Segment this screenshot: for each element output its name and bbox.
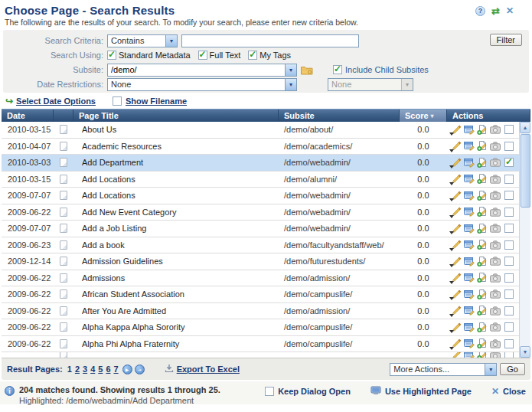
next-page-button[interactable]: ▶: [122, 365, 132, 374]
preview-page-icon[interactable]: [490, 240, 501, 250]
column-header-subsite[interactable]: Subsite: [279, 110, 400, 122]
edit-content-icon[interactable]: [477, 273, 488, 283]
edit-properties-icon[interactable]: [464, 141, 475, 152]
subsite-input[interactable]: [107, 64, 297, 77]
table-row[interactable]: 2010-03-15 About Us /demo/about/ 0.0: [2, 122, 530, 139]
preview-page-icon[interactable]: [490, 338, 501, 349]
row-select-checkbox[interactable]: [504, 142, 514, 151]
edit-page-pencil-icon[interactable]: [451, 141, 462, 152]
filter-button[interactable]: Filter: [490, 34, 522, 46]
edit-properties-icon[interactable]: [464, 352, 475, 358]
edit-properties-icon[interactable]: [464, 256, 475, 266]
edit-page-pencil-icon[interactable]: [451, 157, 462, 168]
vertical-scrollbar[interactable]: ▲ ▼: [519, 122, 530, 358]
use-highlighted-page-label[interactable]: Use Highlighted Page: [385, 387, 472, 396]
edit-page-pencil-icon[interactable]: [451, 322, 462, 332]
more-actions-select[interactable]: More Actions... ▾: [390, 363, 497, 376]
row-page-title[interactable]: After You Are Admitted: [73, 306, 279, 316]
preview-page-icon[interactable]: [490, 352, 501, 358]
table-row[interactable]: 2009-06-22 Alpha Kappa Alpha Sorority /d…: [2, 319, 530, 336]
chevron-down-icon[interactable]: ▾: [285, 79, 296, 90]
close-dialog-control[interactable]: ✕ Close: [491, 386, 526, 397]
edit-dropdown-arrow-icon[interactable]: [449, 297, 454, 300]
table-row[interactable]: 2010-03-03 Add Department /demo/webadmin…: [2, 155, 530, 172]
table-row[interactable]: 2009-06-22 African Student Association /…: [2, 286, 530, 303]
table-row[interactable]: 2010-03-15 Add Locations /demo/alumni/ 0…: [2, 172, 530, 188]
browse-subsite-folder-icon[interactable]: [301, 65, 313, 75]
row-select-checkbox[interactable]: [504, 257, 514, 266]
edit-properties-icon[interactable]: [464, 273, 475, 283]
preview-page-icon[interactable]: [490, 322, 501, 332]
edit-page-pencil-icon[interactable]: [451, 207, 462, 217]
search-using-checkbox[interactable]: [107, 51, 116, 60]
help-icon[interactable]: ?: [475, 6, 485, 16]
row-page-title[interactable]: Add New Event Category: [73, 208, 279, 217]
row-select-checkbox[interactable]: [504, 240, 514, 250]
row-select-checkbox[interactable]: [504, 191, 514, 200]
table-row[interactable]: 2009-06-22 Add New Event Category /demo/…: [2, 204, 530, 221]
edit-properties-icon[interactable]: [464, 157, 475, 168]
row-page-title[interactable]: Academic Resources: [73, 142, 279, 151]
close-label[interactable]: Close: [503, 387, 526, 396]
preview-page-icon[interactable]: [490, 223, 501, 234]
edit-dropdown-arrow-icon[interactable]: [449, 165, 454, 168]
row-select-checkbox[interactable]: [504, 352, 514, 358]
row-page-title[interactable]: Add Locations: [73, 191, 279, 200]
row-page-title[interactable]: Add Locations: [73, 175, 279, 184]
export-to-excel-link[interactable]: Export To Excel: [177, 365, 240, 374]
edit-dropdown-arrow-icon[interactable]: [449, 198, 454, 201]
row-select-checkbox[interactable]: [504, 175, 514, 184]
search-input[interactable]: [181, 34, 359, 47]
edit-dropdown-arrow-icon[interactable]: [449, 330, 454, 333]
table-row[interactable]: 2009-12-14 Admission Guidelines /demo/fu…: [2, 253, 530, 270]
preview-page-icon[interactable]: [490, 306, 501, 316]
chevron-down-icon[interactable]: ▾: [285, 64, 296, 76]
keep-dialog-open-checkbox[interactable]: [265, 387, 274, 396]
edit-dropdown-arrow-icon[interactable]: [449, 182, 454, 185]
edit-properties-icon[interactable]: [464, 240, 475, 250]
edit-dropdown-arrow-icon[interactable]: [449, 231, 454, 234]
edit-dropdown-arrow-icon[interactable]: [449, 132, 454, 136]
row-select-checkbox[interactable]: [504, 158, 514, 167]
preview-page-icon[interactable]: [490, 190, 501, 201]
preview-page-icon[interactable]: [490, 273, 501, 283]
preview-page-icon[interactable]: [490, 207, 501, 217]
edit-page-pencil-icon[interactable]: [451, 124, 462, 135]
row-select-checkbox[interactable]: [504, 289, 514, 299]
edit-content-icon[interactable]: [477, 174, 488, 185]
show-filename-link[interactable]: Show Filename: [126, 96, 187, 106]
edit-page-pencil-icon[interactable]: [451, 256, 462, 266]
row-select-checkbox[interactable]: [504, 322, 514, 332]
criteria-select[interactable]: Contains ▾: [107, 34, 178, 47]
edit-properties-icon[interactable]: [464, 289, 475, 299]
edit-properties-icon[interactable]: [464, 322, 475, 332]
edit-properties-icon[interactable]: [464, 306, 475, 316]
table-row[interactable]: 2009-07-07 Add Locations /demo/webadmin/…: [2, 188, 530, 204]
column-header-page-title[interactable]: Page Title: [73, 110, 279, 122]
preview-page-icon[interactable]: [490, 124, 501, 135]
edit-page-pencil-icon[interactable]: [451, 306, 462, 316]
row-page-title[interactable]: Add Department: [73, 158, 279, 167]
subsite-combo[interactable]: ▾: [107, 64, 297, 77]
go-button[interactable]: Go: [500, 363, 525, 375]
row-select-checkbox[interactable]: [504, 273, 514, 283]
keep-dialog-open-label[interactable]: Keep Dialog Open: [278, 387, 351, 396]
preview-page-icon[interactable]: [490, 289, 501, 299]
preview-page-icon[interactable]: [490, 141, 501, 152]
row-select-checkbox[interactable]: [504, 125, 514, 134]
row-page-title[interactable]: About Us: [73, 125, 279, 134]
edit-content-icon[interactable]: [477, 256, 488, 266]
page-number-link[interactable]: 7: [114, 365, 119, 374]
row-page-title[interactable]: Add a book: [73, 240, 279, 250]
table-row[interactable]: 2009-06-23 Add a book /demo/facultyandst…: [2, 237, 530, 254]
edit-dropdown-arrow-icon[interactable]: [449, 215, 454, 218]
row-page-title[interactable]: African Student Association: [73, 289, 279, 299]
page-number-link[interactable]: 6: [106, 365, 110, 374]
row-select-checkbox[interactable]: [504, 339, 514, 348]
row-select-checkbox[interactable]: [504, 306, 514, 316]
edit-properties-icon[interactable]: [464, 190, 475, 201]
edit-content-icon[interactable]: [477, 141, 488, 152]
edit-page-pencil-icon[interactable]: [451, 174, 462, 185]
date-restriction-select[interactable]: None ▾: [107, 78, 297, 91]
edit-content-icon[interactable]: [477, 352, 488, 358]
